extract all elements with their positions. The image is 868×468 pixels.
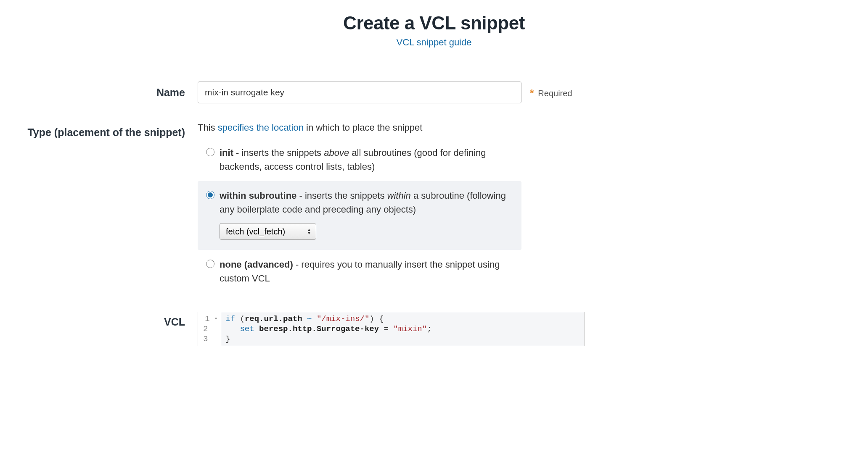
code-body[interactable]: if (req.url.path ~ "/mix-ins/") { set be…	[221, 312, 584, 346]
page-title: Create a VCL snippet	[17, 13, 851, 34]
required-asterisk-icon: *	[530, 87, 534, 99]
fold-arrow-icon: ▾	[214, 314, 217, 324]
subroutine-select[interactable]: fetch (vcl_fetch)	[220, 223, 316, 240]
radio-init[interactable]	[206, 148, 214, 156]
vcl-editor[interactable]: 1 ▾ 2 3 if (req.url.path ~ "/mix-ins/") …	[198, 312, 585, 346]
type-intro: This specifies the location in which to …	[198, 122, 521, 133]
radio-option-none[interactable]: none (advanced) - requires you to manual…	[198, 252, 521, 290]
vcl-label: VCL	[164, 316, 185, 328]
radio-option-within[interactable]: within subroutine - inserts the snippets…	[198, 181, 521, 250]
radio-within[interactable]	[206, 191, 214, 199]
radio-option-init[interactable]: init - inserts the snippets above all su…	[198, 141, 521, 179]
name-label: Name	[156, 87, 185, 98]
type-label: Type (placement of the snippet)	[27, 126, 185, 138]
required-text: Required	[538, 89, 572, 98]
name-input[interactable]	[198, 82, 521, 103]
code-gutter: 1 ▾ 2 3	[198, 312, 221, 346]
specifies-location-link[interactable]: specifies the location	[218, 122, 304, 133]
radio-none[interactable]	[206, 260, 214, 268]
guide-link[interactable]: VCL snippet guide	[17, 37, 851, 48]
